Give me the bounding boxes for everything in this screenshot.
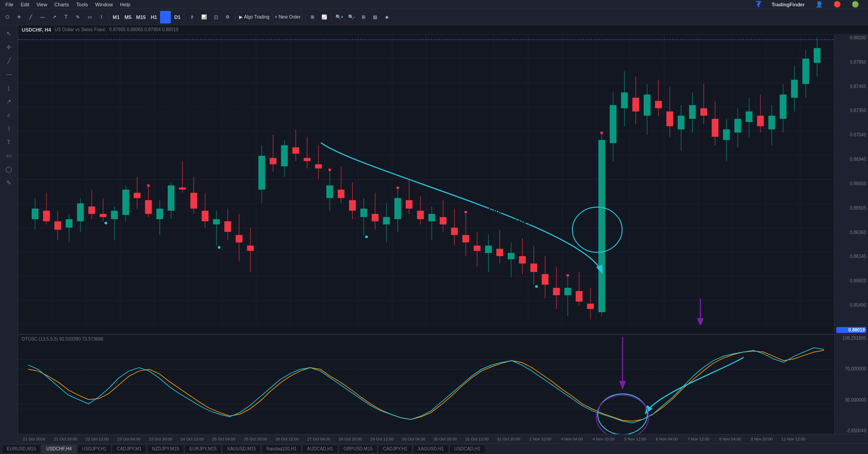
indicator-btn[interactable]: 📊 bbox=[198, 11, 209, 23]
tab-bar: EURUSD,M15USDCHF,H4USDJPY,H1CADJPY,M1NZD… bbox=[0, 443, 868, 454]
sep4 bbox=[305, 13, 305, 22]
auto-btn[interactable]: ⚙ bbox=[222, 11, 233, 23]
main-price-scale: 0.88100 0.87850 0.87465 0.87350 0.87040 … bbox=[834, 34, 868, 334]
price-0: 0.88100 bbox=[836, 35, 866, 40]
fib-tool[interactable]: ⌇ bbox=[96, 11, 107, 23]
chart-container: USDCHF, H4 US Dollar vs Swiss Franc 0.87… bbox=[18, 25, 868, 443]
time-label: 27 Oct 04:00 bbox=[303, 437, 335, 441]
time-label: 21 Oct 20:00 bbox=[50, 437, 81, 441]
price-1: 0.87850 bbox=[836, 60, 866, 65]
chart-type[interactable]: 🕯 bbox=[187, 11, 198, 23]
menu-tools[interactable]: Tools bbox=[73, 2, 92, 7]
tab-cadjpy2[interactable]: CADJPY,H1 bbox=[378, 445, 412, 454]
ind-price-1: 70.000000 bbox=[836, 366, 866, 371]
lt-ellipse[interactable]: ◯ bbox=[2, 163, 16, 175]
draw-tool[interactable]: ✎ bbox=[72, 11, 83, 23]
symbol-name: USDCHF, H4 bbox=[22, 27, 51, 33]
time-label: 29 Oct 12:00 bbox=[366, 437, 398, 441]
user-icon[interactable]: 👤 bbox=[812, 1, 826, 8]
tab-nasdaq[interactable]: Nasdaq100,H1 bbox=[261, 445, 302, 454]
lt-pencil[interactable]: ✎ bbox=[2, 176, 16, 189]
menu-file[interactable]: File bbox=[2, 2, 17, 7]
ind-price-0: 108.251885 bbox=[836, 336, 866, 341]
time-label: 8 Nov 04:00 bbox=[714, 437, 746, 441]
tab-audcad[interactable]: AUDCAD,H1 bbox=[302, 445, 338, 454]
tf-d1[interactable]: D1 bbox=[172, 11, 183, 23]
text-tool[interactable]: T bbox=[61, 11, 71, 23]
main-chart[interactable]: Fiyat hareketi yukarı doğru veyükseliş t… bbox=[18, 34, 868, 335]
depth-btn[interactable]: ⊞ bbox=[307, 11, 318, 23]
status-green: 🟢 bbox=[848, 1, 863, 8]
tf-m15[interactable]: M15 bbox=[134, 11, 147, 23]
time-label: 26 Oct 12:00 bbox=[271, 437, 303, 441]
tab-gbpusd[interactable]: GBPUSD,M15 bbox=[339, 445, 377, 454]
left-toolbar: ↖ ✛ ╱ — | ↗ ⫽ ⌇ T ▭ ◯ ✎ bbox=[0, 25, 18, 443]
ind-price-2: 30.000000 bbox=[836, 398, 866, 403]
time-label: 4 Nov 20:00 bbox=[588, 437, 619, 441]
time-label: 25 Oct 20:00 bbox=[240, 437, 271, 441]
tab-xagusd[interactable]: XAGUSD,H1 bbox=[413, 445, 449, 454]
shape-tool[interactable]: ▭ bbox=[84, 11, 95, 23]
algo-trading-btn[interactable]: ▶ Algo Trading bbox=[237, 11, 271, 23]
arrow-tool[interactable]: ↗ bbox=[49, 11, 60, 23]
prop2-btn[interactable]: ◈ bbox=[382, 11, 392, 23]
lt-vline[interactable]: | bbox=[2, 81, 16, 94]
menu-bar: File Edit View Charts Tools Window Help … bbox=[0, 0, 868, 9]
grid-btn[interactable]: ⊞ bbox=[358, 11, 369, 23]
sep2 bbox=[184, 13, 185, 22]
time-label: 4 Nov 04:00 bbox=[556, 437, 588, 441]
indicator2-btn[interactable]: 📈 bbox=[319, 11, 330, 23]
time-axis: 21 Oct 202421 Oct 20:0022 Oct 12:0023 Oc… bbox=[18, 434, 868, 443]
new-order-btn[interactable]: + New Order bbox=[273, 11, 303, 23]
zoom-in-btn[interactable]: 🔍+ bbox=[334, 11, 345, 23]
logo-text: TradingFinder bbox=[768, 2, 808, 7]
hline-tool[interactable]: ― bbox=[37, 11, 48, 23]
main-chart-canvas bbox=[18, 34, 834, 325]
zoom-out-btn[interactable]: 🔍- bbox=[346, 11, 357, 23]
price-2: 0.87465 bbox=[836, 84, 866, 89]
tab-cadjpy[interactable]: CADJPY,M1 bbox=[112, 445, 146, 454]
time-label: 31 Oct 20:00 bbox=[493, 437, 524, 441]
price-5: 0.86940 bbox=[836, 157, 866, 162]
prop1-btn[interactable]: ▧ bbox=[370, 11, 381, 23]
lt-text[interactable]: T bbox=[2, 136, 16, 148]
time-label: 21 Oct 2024 bbox=[18, 437, 50, 441]
price-11: 0.85490 bbox=[836, 303, 866, 308]
main-area: ↖ ✛ ╱ — | ↗ ⫽ ⌇ T ▭ ◯ ✎ USDCHF, H4 US Do… bbox=[0, 25, 868, 443]
lt-cross[interactable]: ✛ bbox=[2, 41, 16, 53]
menu-help[interactable]: Help bbox=[117, 2, 134, 7]
tf-h4[interactable]: H4 bbox=[160, 11, 171, 23]
lt-rect[interactable]: ▭ bbox=[2, 149, 16, 162]
time-label: 6 Nov 04:00 bbox=[651, 437, 683, 441]
price-6: 0.86650 bbox=[836, 181, 866, 186]
tab-usdcad[interactable]: USDCAD,H1 bbox=[449, 445, 486, 454]
logo-area: ₮ TradingFinder 👤 🔴 🟢 bbox=[752, 0, 866, 9]
menu-edit[interactable]: Edit bbox=[17, 2, 33, 7]
tab-usdchf[interactable]: USDCHF,H4 bbox=[41, 445, 76, 454]
tf-m1[interactable]: M1 bbox=[111, 11, 122, 23]
cursor-tool[interactable]: ⬡ bbox=[2, 11, 13, 23]
tf-h1[interactable]: H1 bbox=[148, 11, 159, 23]
tab-usdjpy[interactable]: USDJPY,H1 bbox=[77, 445, 112, 454]
tab-nzdjpy[interactable]: NZDJPY,M15 bbox=[147, 445, 184, 454]
time-label: 25 Oct 04:00 bbox=[208, 437, 240, 441]
tf-m5[interactable]: M5 bbox=[123, 11, 133, 23]
menu-charts[interactable]: Charts bbox=[51, 2, 72, 7]
lt-line[interactable]: ╱ bbox=[2, 54, 16, 67]
menu-view[interactable]: View bbox=[33, 2, 51, 7]
lt-cursor[interactable]: ↖ bbox=[2, 27, 16, 40]
crosshair-tool[interactable]: ✛ bbox=[14, 11, 24, 23]
time-label: 8 Nov 20:00 bbox=[746, 437, 778, 441]
template-btn[interactable]: ◫ bbox=[210, 11, 221, 23]
line-tool[interactable]: ╱ bbox=[25, 11, 36, 23]
notification-icon[interactable]: 🔴 bbox=[830, 1, 844, 8]
lt-hline[interactable]: — bbox=[2, 68, 16, 80]
lt-arrow[interactable]: ↗ bbox=[2, 95, 16, 108]
menu-window[interactable]: Window bbox=[91, 2, 116, 7]
tab-eurjpy[interactable]: EURJPY,M15 bbox=[184, 445, 222, 454]
tab-eurusd[interactable]: EURUSD,M15 bbox=[2, 445, 41, 454]
indicator-panel[interactable]: DTOSC (13,5,5,5) 92.033390 73.573666 108… bbox=[18, 335, 868, 434]
lt-channel[interactable]: ⫽ bbox=[2, 108, 16, 121]
tab-xauusd[interactable]: XAUUSD,M15 bbox=[222, 445, 261, 454]
lt-fib[interactable]: ⌇ bbox=[2, 122, 16, 135]
